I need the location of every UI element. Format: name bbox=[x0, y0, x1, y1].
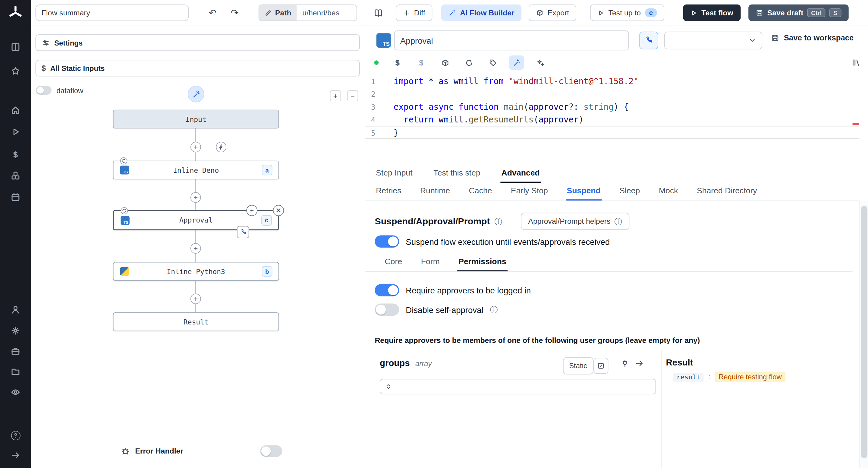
sync-badge-icon bbox=[121, 207, 128, 214]
users-icon[interactable] bbox=[10, 304, 21, 315]
node-inline-python3[interactable]: Inline Python3 b bbox=[113, 262, 279, 281]
sparkles-icon-button[interactable] bbox=[532, 56, 548, 70]
ai-flow-builder-button[interactable]: AI Flow Builder bbox=[441, 4, 522, 21]
reset-icon[interactable] bbox=[461, 56, 476, 70]
flow-settings-button[interactable]: Settings bbox=[36, 34, 360, 51]
scrollbar-thumb[interactable] bbox=[861, 206, 867, 458]
tag-icon-button[interactable] bbox=[485, 56, 500, 70]
approval-prompt-helpers-button[interactable]: Approval/Prompt helpers ⓘ bbox=[521, 213, 629, 230]
add-trigger-button[interactable] bbox=[216, 142, 226, 152]
python-icon bbox=[120, 267, 129, 275]
resources-icon[interactable] bbox=[10, 170, 21, 181]
bug-icon bbox=[121, 446, 130, 456]
tab-test-this-step[interactable]: Test this step bbox=[433, 165, 482, 183]
windmill-flow-editor: $ ? ↶ ↷ Path u/henri/bes Diff AI Flow Bu bbox=[0, 0, 868, 468]
wand-icon bbox=[192, 90, 200, 98]
resources-picker-icon[interactable]: $ bbox=[413, 56, 429, 70]
node-inline-deno[interactable]: TS Inline Deno a bbox=[113, 161, 279, 179]
tab-form[interactable]: Form bbox=[420, 254, 441, 271]
diff-button[interactable]: Diff bbox=[396, 4, 432, 21]
step-tabs: Step Input Test this step Advanced bbox=[365, 165, 859, 183]
info-icon[interactable]: ⓘ bbox=[494, 217, 502, 225]
disable-self-approval-row: Disable self-approval ⓘ bbox=[375, 304, 498, 316]
arrow-right-icon[interactable] bbox=[635, 359, 644, 368]
step-language-icon: TS bbox=[376, 33, 391, 48]
insert-step-after-button[interactable]: + bbox=[246, 205, 257, 216]
add-step-button[interactable]: + bbox=[190, 142, 201, 152]
editor-toolbar: $ $ bbox=[390, 56, 548, 70]
node-input[interactable]: Input bbox=[113, 110, 279, 128]
help-icon[interactable]: ? bbox=[10, 430, 21, 441]
workers-icon[interactable] bbox=[10, 346, 21, 357]
windmill-logo-icon[interactable] bbox=[7, 4, 24, 21]
refresh-icon bbox=[122, 208, 127, 213]
suspend-flow-toggle[interactable] bbox=[375, 235, 399, 247]
redo-button[interactable]: ↷ bbox=[226, 4, 244, 21]
groups-note: Require approvers to be members of one o… bbox=[375, 336, 700, 345]
result-value[interactable]: Require testing flow bbox=[715, 372, 785, 382]
docs-button[interactable] bbox=[368, 4, 389, 21]
zoom-in-button[interactable]: + bbox=[330, 90, 341, 101]
test-flow-button[interactable]: Test flow bbox=[683, 4, 741, 21]
add-step-button[interactable]: + bbox=[190, 293, 201, 304]
info-icon[interactable]: ⓘ bbox=[490, 306, 498, 314]
export-button[interactable]: Export bbox=[529, 4, 576, 21]
plug-input-icon[interactable] bbox=[621, 359, 629, 368]
tab-sleep[interactable]: Sleep bbox=[618, 183, 641, 201]
tag-icon bbox=[489, 59, 497, 67]
edit-path-button[interactable]: Path bbox=[259, 5, 297, 21]
dataflow-toggle[interactable] bbox=[36, 86, 51, 95]
variables-icon[interactable]: $ bbox=[10, 148, 21, 159]
error-handler-toggle[interactable] bbox=[260, 445, 282, 457]
suspend-approval-button[interactable] bbox=[639, 32, 658, 50]
script-kind-select[interactable] bbox=[664, 32, 762, 50]
collapse-sidebar-icon[interactable] bbox=[10, 449, 21, 461]
all-static-inputs-button[interactable]: $ All Static Inputs bbox=[36, 60, 360, 76]
schedules-icon[interactable] bbox=[10, 192, 21, 203]
error-handler-label: Error Handler bbox=[135, 447, 183, 455]
ai-assistant-icon-button[interactable] bbox=[509, 56, 524, 70]
scrollbar-track[interactable] bbox=[859, 201, 868, 468]
tab-permissions[interactable]: Permissions bbox=[458, 254, 507, 271]
tab-mock[interactable]: Mock bbox=[658, 183, 679, 201]
static-mode-button[interactable]: Static bbox=[563, 357, 593, 375]
settings-gear-icon[interactable] bbox=[10, 325, 21, 336]
runs-icon[interactable] bbox=[10, 41, 21, 53]
code-editor[interactable]: 1import * as wmill from "windmill-client… bbox=[365, 73, 859, 165]
audit-logs-eye-icon[interactable] bbox=[10, 387, 21, 398]
undo-button[interactable]: ↶ bbox=[204, 4, 221, 21]
variables-picker-icon[interactable]: $ bbox=[390, 56, 405, 70]
favorites-icon[interactable] bbox=[10, 65, 21, 77]
add-step-button[interactable]: + bbox=[190, 192, 201, 203]
tab-shared-directory[interactable]: Shared Directory bbox=[695, 183, 758, 201]
flow-summary-input[interactable] bbox=[36, 4, 189, 21]
tab-runtime[interactable]: Runtime bbox=[419, 183, 451, 201]
library-icon-button[interactable] bbox=[848, 56, 864, 70]
delete-step-button[interactable]: ✕ bbox=[273, 205, 284, 216]
dependencies-icon[interactable] bbox=[437, 56, 453, 70]
home-icon[interactable] bbox=[10, 105, 21, 116]
ai-graph-wand-button[interactable] bbox=[188, 86, 204, 103]
folders-icon[interactable] bbox=[10, 366, 21, 377]
zoom-out-button[interactable]: − bbox=[347, 90, 358, 101]
tab-retries[interactable]: Retries bbox=[375, 183, 402, 201]
tab-suspend[interactable]: Suspend bbox=[566, 183, 602, 201]
step-name-input[interactable] bbox=[394, 30, 629, 50]
expression-mode-button[interactable] bbox=[593, 358, 609, 374]
groups-input[interactable] bbox=[380, 379, 656, 394]
tab-advanced[interactable]: Advanced bbox=[500, 165, 541, 183]
dollar-icon: $ bbox=[41, 64, 46, 72]
test-up-to-button[interactable]: Test up to c bbox=[590, 4, 664, 21]
jobs-icon[interactable] bbox=[10, 126, 21, 138]
tab-step-input[interactable]: Step Input bbox=[375, 165, 413, 183]
node-result[interactable]: Result bbox=[113, 313, 279, 331]
add-step-button[interactable]: + bbox=[190, 243, 201, 254]
save-draft-button[interactable]: Save draft Ctrl S bbox=[748, 4, 848, 21]
play-icon bbox=[597, 9, 604, 16]
tab-early-stop[interactable]: Early Stop bbox=[510, 183, 549, 201]
tab-cache[interactable]: Cache bbox=[468, 183, 493, 201]
require-login-toggle[interactable] bbox=[375, 284, 399, 296]
disable-self-approval-toggle[interactable] bbox=[375, 304, 399, 316]
tab-core[interactable]: Core bbox=[384, 254, 403, 271]
save-to-workspace-button[interactable]: Save to workspace bbox=[771, 33, 854, 42]
